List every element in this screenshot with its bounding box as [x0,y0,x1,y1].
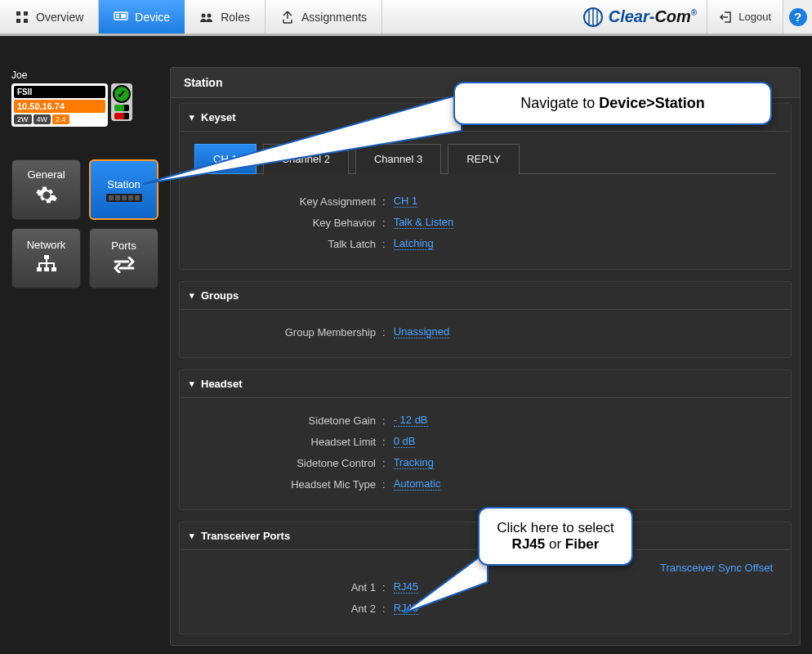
help-icon: ? [789,8,807,26]
roles-icon [199,10,214,25]
brand-logo: Clear-Com® [573,0,707,34]
top-nav: Overview Device Roles Assignments Clear-… [0,0,812,36]
nav-roles-label: Roles [221,11,250,24]
row-talk-latch: Talk Latch: Latching [194,233,776,254]
svg-rect-6 [116,16,119,18]
svg-rect-14 [44,255,49,259]
tile-network-label: Network [27,239,66,251]
row-key-assignment: Key Assignment: CH 1 [194,190,776,212]
label-sidetone-gain: Sidetone Gain [194,414,382,427]
side-nav: General Station Network Ports [11,159,158,289]
label-sidetone-control: Sidetone Control [194,457,382,469]
sync-offset-link[interactable]: Transceiver Sync Offset [660,562,773,574]
row-key-behavior: Key Behavior: Talk & Listen [194,212,776,233]
nav-roles[interactable]: Roles [185,0,265,34]
svg-rect-7 [121,14,126,18]
section-headset: ▾ Headset Sidetone Gain: - 12 dB Headset… [179,370,792,510]
svg-rect-3 [24,19,28,23]
tile-ports[interactable]: Ports [89,228,158,289]
badge-4w: 4W [33,114,51,124]
station-icon [106,194,142,202]
device-card[interactable]: FSII 10.50.16.74 2W 4W 2.4 ✓ [11,83,158,127]
label-key-behavior: Key Behavior [194,217,382,229]
label-mic-type: Headset Mic Type [194,478,382,490]
callout-port-hint: Click here to select RJ45 or Fiber [478,507,633,566]
nav-spacer [382,0,573,34]
value-sidetone-gain[interactable]: - 12 dB [394,414,428,427]
label-talk-latch: Talk Latch [194,238,382,250]
svg-rect-2 [16,19,20,23]
section-headset-head[interactable]: ▾ Headset [180,370,791,398]
section-groups-head[interactable]: ▾ Groups [180,282,791,310]
port-indicator-green [114,105,129,111]
svg-rect-1 [24,11,28,16]
chevron-down-icon: ▾ [190,290,194,301]
row-group-membership: Group Membership: Unassigned [194,321,776,343]
device-badges: 2W 4W 2.4 [14,114,105,124]
section-headset-title: Headset [201,378,243,390]
network-icon [35,254,58,279]
svg-rect-16 [44,267,49,271]
logout-label: Logout [738,11,771,23]
tile-network[interactable]: Network [11,228,81,289]
svg-marker-18 [143,94,462,184]
nav-device[interactable]: Device [99,0,185,34]
value-mic-type[interactable]: Automatic [394,477,441,490]
svg-rect-0 [16,11,20,16]
callout-pointer-1 [139,90,466,188]
label-headset-limit: Headset Limit [194,436,382,448]
tile-station-label: Station [107,178,140,190]
nav-overview[interactable]: Overview [0,0,99,34]
grid-icon [15,10,29,25]
logout-icon [719,10,734,25]
nav-assignments[interactable]: Assignments [265,0,382,34]
section-transceiver-title: Transceiver Ports [201,530,290,542]
value-sidetone-control[interactable]: Tracking [394,456,434,469]
tile-general[interactable]: General [11,159,81,220]
value-headset-limit[interactable]: 0 dB [394,435,416,448]
section-groups: ▾ Groups Group Membership: Unassigned [179,281,792,358]
label-ant2: Ant 2 [194,602,382,615]
label-ant1: Ant 1 [194,581,382,594]
label-key-assignment: Key Assignment [194,195,382,208]
svg-rect-17 [51,267,56,271]
section-groups-title: Groups [201,289,239,302]
callout-nav-hint: Navigate to Device>Station [453,82,772,125]
user-name: Joe [11,69,158,81]
svg-rect-5 [116,14,119,16]
value-talk-latch[interactable]: Latching [394,237,434,250]
device-status: ✓ [111,83,132,121]
svg-marker-19 [404,551,488,613]
help-button[interactable]: ? [783,0,812,34]
nav-assignments-label: Assignments [301,11,367,24]
chevron-down-icon: ▾ [190,379,194,389]
svg-rect-15 [37,267,42,271]
port-indicator-red [114,113,129,119]
value-group-membership[interactable]: Unassigned [394,325,450,338]
device-ip: 10.50.16.74 [14,100,105,113]
tile-ports-label: Ports [111,240,136,252]
row-mic-type: Headset Mic Type: Automatic [194,473,776,495]
badge-24: 2.4 [52,114,69,124]
status-ok-icon: ✓ [113,85,131,103]
gear-icon [35,184,58,212]
device-box: FSII 10.50.16.74 2W 4W 2.4 [11,83,108,127]
label-group-membership: Group Membership [194,326,382,338]
logout-button[interactable]: Logout [707,0,783,34]
row-headset-limit: Headset Limit: 0 dB [194,431,776,452]
device-icon [114,10,128,25]
badge-2w: 2W [14,114,32,124]
tile-general-label: General [27,168,65,181]
left-panel: Joe FSII 10.50.16.74 2W 4W 2.4 ✓ General… [11,69,158,289]
ports-icon [113,255,136,278]
row-sidetone-control: Sidetone Control: Tracking [194,452,776,473]
chevron-down-icon: ▾ [190,531,194,541]
value-key-behavior[interactable]: Talk & Listen [394,216,454,229]
nav-device-label: Device [135,11,170,24]
value-key-assignment[interactable]: CH 1 [394,195,418,208]
svg-point-9 [207,13,212,17]
device-model: FSII [14,86,105,98]
assignments-icon [280,10,295,25]
row-sidetone-gain: Sidetone Gain: - 12 dB [194,410,776,431]
svg-point-8 [202,13,206,17]
